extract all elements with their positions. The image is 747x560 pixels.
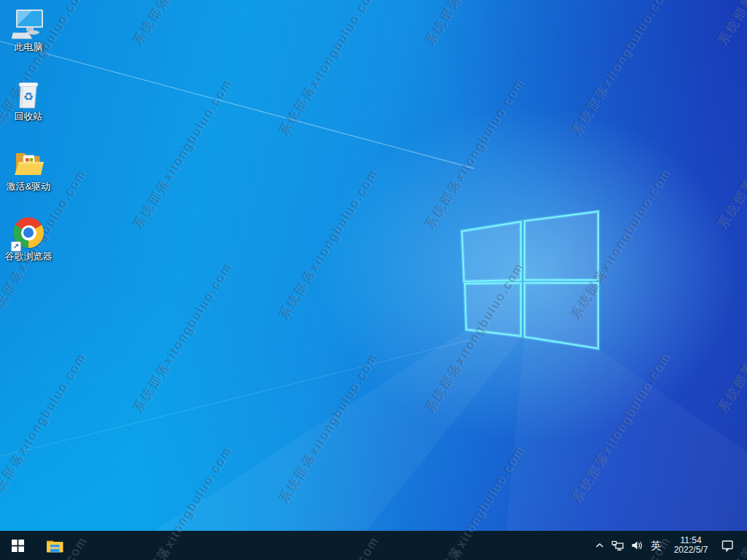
network-button[interactable] — [608, 531, 627, 560]
shortcut-arrow-icon: ↗ — [11, 241, 21, 252]
folder-icon — [11, 146, 46, 181]
windows-start-icon — [12, 540, 24, 552]
ime-language-indicator[interactable]: 英 — [646, 531, 665, 560]
tray-overflow-button[interactable] — [591, 531, 608, 560]
action-center-icon — [721, 539, 735, 552]
speaker-icon — [631, 540, 643, 551]
this-pc-icon — [11, 7, 46, 42]
desktop-icon-chrome[interactable]: ↗ 谷歌浏览器 — [1, 216, 56, 262]
recycle-bin-icon: ♻ — [11, 76, 46, 111]
action-center-button[interactable] — [716, 531, 738, 560]
desktop-icon-this-pc[interactable]: 此电脑 — [1, 7, 56, 52]
icon-label: 激活&驱动 — [7, 182, 51, 192]
icon-label: 此电脑 — [15, 42, 43, 52]
taskbar-clock[interactable]: 11:54 2022/5/7 — [665, 536, 716, 556]
clock-date: 2022/5/7 — [665, 545, 716, 556]
recycle-symbol: ♻ — [23, 90, 34, 104]
file-explorer-icon — [45, 537, 64, 553]
system-tray: 英 11:54 2022/5/7 — [591, 531, 747, 560]
volume-button[interactable] — [627, 531, 646, 560]
file-explorer-button[interactable] — [38, 531, 71, 560]
icon-label: 谷歌浏览器 — [5, 252, 53, 262]
desktop-wallpaper: 系统部落xitongbuluo.com系统部落xitongbuluo.com系统… — [0, 0, 747, 560]
ethernet-network-icon — [611, 540, 624, 551]
clock-time: 11:54 — [665, 536, 716, 546]
icon-label: 回收站 — [15, 112, 43, 122]
desktop-icons: 此电脑 ♻ 回收站 — [0, 0, 747, 560]
desktop-icon-recycle-bin[interactable]: ♻ 回收站 — [1, 76, 56, 122]
start-button[interactable] — [0, 531, 35, 560]
chevron-up-icon — [595, 542, 605, 549]
chrome-icon: ↗ — [11, 216, 46, 251]
desktop-icon-activation-drivers[interactable]: 激活&驱动 — [1, 146, 56, 192]
chrome-center — [23, 228, 34, 238]
taskbar: 英 11:54 2022/5/7 — [0, 531, 747, 560]
